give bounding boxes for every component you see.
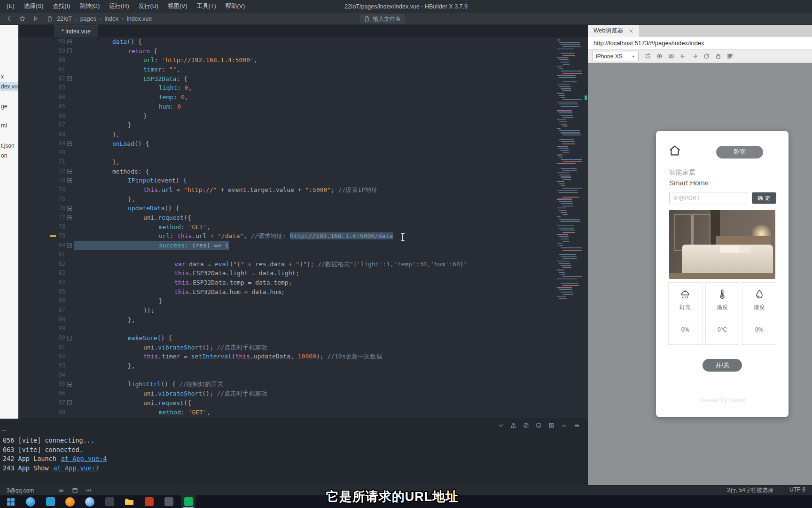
code-line[interactable]: 76updateData() { — [18, 204, 588, 213]
fold-icon[interactable] — [67, 169, 72, 174]
fold-icon[interactable] — [67, 243, 72, 248]
code-line[interactable]: 84this.ESP32Data.temp = data.temp; — [18, 278, 588, 287]
code-line[interactable]: 86} — [18, 296, 588, 306]
fold-icon[interactable] — [67, 48, 72, 53]
fold-icon[interactable] — [67, 215, 72, 220]
switch-button[interactable]: 开/关 — [703, 359, 742, 372]
star-icon[interactable] — [18, 15, 26, 23]
chevron-up-icon[interactable] — [560, 421, 568, 429]
menu-item[interactable]: 跳转(G) — [75, 0, 104, 13]
code-line[interactable]: 79url: this.url + "/data", //请求地址: http:… — [18, 231, 588, 241]
code-line[interactable]: 72methods: { — [18, 167, 588, 176]
code-line[interactable]: 80success: (res) => { — [18, 241, 588, 250]
code-line[interactable]: 65hum: 0 — [18, 102, 588, 111]
account-email[interactable]: 3@qq.com — [7, 487, 34, 494]
sensor-card[interactable]: 温度0°C — [705, 282, 740, 345]
list-icon[interactable] — [58, 487, 64, 493]
code-line[interactable]: 82var data = eval("(" + res.data + ")");… — [18, 260, 588, 269]
code-line[interactable]: 77uni.request({ — [18, 213, 588, 222]
forward-icon[interactable] — [691, 53, 698, 60]
explorer-item[interactable]: x — [0, 72, 18, 81]
editor-tab-indexvue[interactable]: * index.vue — [54, 25, 98, 37]
breadcrumb-item[interactable]: index — [104, 16, 118, 22]
fold-icon[interactable] — [67, 40, 72, 44]
code-line[interactable]: 85this.ESP32Data.hum = data.hum; — [18, 287, 588, 297]
code-line[interactable]: 60url: 'http://192.168.1.4:5000', — [18, 56, 588, 65]
code-line[interactable]: 88}, — [18, 315, 588, 325]
code-line[interactable]: 93}, — [18, 361, 588, 371]
broadcast-icon[interactable] — [86, 487, 92, 493]
edge-browser-icon[interactable] — [23, 495, 38, 508]
code-line[interactable]: 95lightCtrl() { //控制灯的开关 — [18, 380, 588, 389]
breadcrumb-item[interactable]: pages — [80, 16, 96, 22]
fold-icon[interactable] — [67, 141, 72, 146]
menu-item[interactable]: 帮助(V) — [221, 0, 250, 13]
web-browser-tab[interactable]: Web浏览器 — [588, 25, 639, 37]
breadcrumb-item[interactable]: index.vue — [127, 16, 152, 22]
device-select[interactable]: iPhone XS — [593, 52, 639, 61]
rotate-icon[interactable] — [644, 53, 651, 60]
fold-icon[interactable] — [67, 206, 72, 211]
nav-back-icon[interactable] — [5, 15, 13, 23]
fold-icon[interactable] — [67, 382, 72, 387]
qrcode-icon[interactable] — [726, 53, 734, 60]
minimap[interactable] — [555, 40, 582, 369]
code-line[interactable]: 70 — [18, 148, 588, 158]
code-line[interactable]: 73IPinput(event) { — [18, 176, 588, 185]
code-line[interactable]: 69onLoad() { — [18, 139, 588, 149]
log-link[interactable]: at App.vue:7 — [54, 464, 100, 472]
file-explorer-icon[interactable] — [122, 495, 136, 508]
home-icon[interactable] — [668, 144, 681, 157]
code-line[interactable]: 91uni.vibrateShort(); //点击时手机震动 — [18, 343, 588, 352]
code-line[interactable]: 81 — [18, 250, 588, 260]
gray-app-icon[interactable] — [162, 495, 176, 508]
sensor-card[interactable]: 灯光0% — [668, 282, 703, 345]
blue-app-icon[interactable] — [83, 495, 97, 508]
code-line[interactable]: 59return { — [18, 47, 588, 56]
vscode-icon[interactable] — [43, 495, 57, 508]
explorer-item[interactable]: on — [0, 151, 18, 160]
code-line[interactable]: 87}); — [18, 306, 588, 315]
explorer-item[interactable]: dex.vue — [0, 82, 18, 91]
firefox-icon[interactable] — [63, 495, 77, 508]
export-icon[interactable] — [509, 421, 517, 429]
code-line[interactable]: 62ESP32Data: { — [18, 74, 588, 84]
code-line[interactable]: 68}, — [18, 130, 588, 139]
close-icon[interactable] — [629, 29, 633, 33]
menu-item[interactable]: (E) — [2, 0, 19, 13]
screenshot-icon[interactable] — [668, 53, 675, 60]
list-icon[interactable] — [573, 421, 580, 429]
code-line[interactable]: 61timer: "", — [18, 65, 588, 74]
menu-item[interactable]: 选择(S) — [19, 0, 48, 13]
window-icon[interactable] — [72, 487, 78, 493]
code-line[interactable]: 89 — [18, 324, 588, 333]
back-icon[interactable] — [679, 53, 687, 60]
explorer-item[interactable]: ml — [0, 121, 18, 130]
explorer-item[interactable]: ge — [0, 102, 18, 111]
code-line[interactable]: 63light: 0, — [18, 83, 588, 93]
menu-item[interactable]: 查找(I) — [48, 0, 75, 13]
sensor-card[interactable]: 湿度0% — [742, 282, 776, 345]
menu-item[interactable]: 运行(R) — [104, 0, 133, 13]
screen-icon[interactable] — [535, 421, 542, 429]
ip-input[interactable] — [669, 192, 747, 204]
code-line[interactable]: 83this.ESP32Data.light = data.light; — [18, 269, 588, 278]
fold-icon[interactable] — [67, 336, 72, 341]
code-area[interactable]: 58data() {59return {60url: 'http://192.1… — [18, 37, 588, 419]
code-line[interactable]: 58data() { — [18, 37, 588, 47]
circle-slash-icon[interactable] — [522, 421, 530, 429]
hbuilderx-icon[interactable] — [181, 495, 195, 508]
room-button[interactable]: 卧室 — [716, 146, 763, 159]
code-line[interactable]: 98method: 'GET', — [18, 408, 588, 417]
refresh-icon[interactable] — [703, 53, 710, 60]
explorer-item[interactable]: t.json — [0, 141, 18, 151]
code-line[interactable]: 75}, — [18, 195, 588, 204]
code-line[interactable]: 97uni.request({ — [18, 398, 588, 408]
code-line[interactable]: 96uni.vibrateShort(); //点击时手机震动 — [18, 389, 588, 398]
filename-search[interactable]: 输入文件名 — [360, 14, 405, 24]
code-line[interactable]: 92this.timer = setInterval(this.updateDa… — [18, 352, 588, 361]
grid-icon[interactable] — [547, 421, 555, 429]
encoding-indicator[interactable]: UTF-8 — [789, 486, 805, 494]
run-icon[interactable] — [31, 15, 39, 23]
lock-icon[interactable] — [715, 53, 722, 60]
